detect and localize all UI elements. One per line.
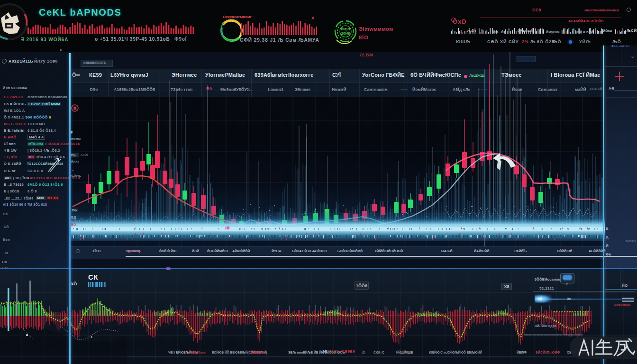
- svg-text:S: S: [73, 106, 76, 110]
- svg-text:20Й6: 20Й6: [341, 31, 350, 36]
- svg-text:ЙШЛ: ЙШЛ: [341, 27, 350, 31]
